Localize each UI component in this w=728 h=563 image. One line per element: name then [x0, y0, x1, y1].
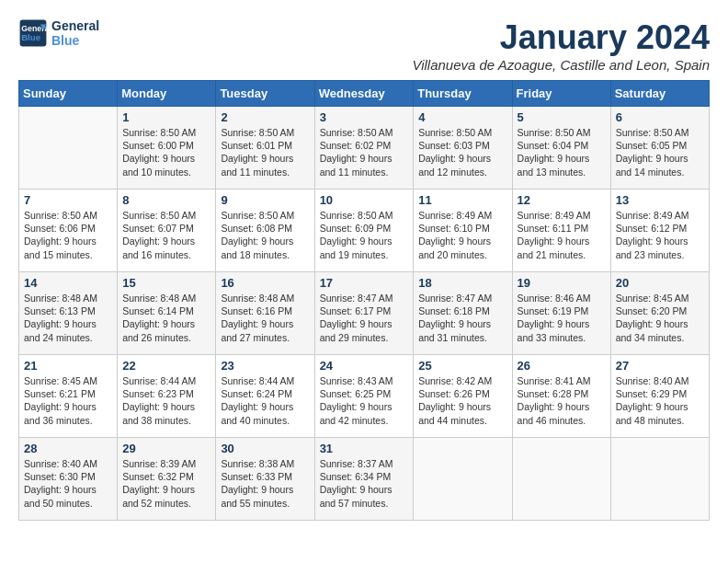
weekday-header-sunday: Sunday: [19, 81, 118, 107]
day-number: 20: [616, 276, 704, 290]
day-info: Sunrise: 8:50 AMSunset: 6:07 PMDaylight:…: [122, 209, 210, 261]
day-number: 13: [616, 193, 704, 207]
day-info: Sunrise: 8:50 AMSunset: 6:06 PMDaylight:…: [24, 209, 112, 261]
day-info: Sunrise: 8:50 AMSunset: 6:08 PMDaylight:…: [221, 209, 309, 261]
calendar-cell: 9Sunrise: 8:50 AMSunset: 6:08 PMDaylight…: [216, 190, 314, 272]
day-number: 16: [221, 276, 309, 290]
day-number: 7: [24, 193, 112, 207]
day-number: 29: [122, 442, 210, 455]
calendar-cell: 27Sunrise: 8:40 AMSunset: 6:29 PMDayligh…: [610, 355, 709, 438]
calendar-cell: 13Sunrise: 8:49 AMSunset: 6:12 PMDayligh…: [610, 190, 709, 272]
day-info: Sunrise: 8:40 AMSunset: 6:30 PMDaylight:…: [24, 457, 112, 510]
day-number: 27: [616, 359, 704, 373]
weekday-header-thursday: Thursday: [414, 81, 512, 107]
calendar-cell: 25Sunrise: 8:42 AMSunset: 6:26 PMDayligh…: [414, 355, 512, 438]
title-area: January 2024 Villanueva de Azoague, Cast…: [412, 18, 710, 73]
logo-text-general: General: [51, 18, 99, 33]
day-number: 4: [418, 110, 506, 124]
calendar-cell: 11Sunrise: 8:49 AMSunset: 6:10 PMDayligh…: [414, 190, 512, 272]
location-subtitle: Villanueva de Azoague, Castille and Leon…: [412, 57, 710, 73]
day-number: 10: [320, 193, 409, 207]
weekday-header-row: SundayMondayTuesdayWednesdayThursdayFrid…: [19, 81, 710, 107]
week-row-1: 1Sunrise: 8:50 AMSunset: 6:00 PMDaylight…: [19, 107, 710, 190]
day-number: 23: [221, 359, 309, 373]
calendar-cell: 24Sunrise: 8:43 AMSunset: 6:25 PMDayligh…: [314, 355, 414, 438]
day-number: 22: [122, 359, 210, 373]
day-number: 2: [221, 110, 309, 124]
day-number: 1: [122, 110, 210, 124]
calendar-cell: 2Sunrise: 8:50 AMSunset: 6:01 PMDaylight…: [216, 107, 314, 190]
weekday-header-wednesday: Wednesday: [314, 81, 414, 107]
day-number: 19: [518, 276, 606, 290]
day-info: Sunrise: 8:50 AMSunset: 6:01 PMDaylight:…: [221, 126, 309, 178]
week-row-4: 21Sunrise: 8:45 AMSunset: 6:21 PMDayligh…: [19, 355, 710, 438]
calendar-cell: 17Sunrise: 8:47 AMSunset: 6:17 PMDayligh…: [314, 272, 414, 355]
day-info: Sunrise: 8:49 AMSunset: 6:12 PMDaylight:…: [616, 209, 704, 261]
day-info: Sunrise: 8:45 AMSunset: 6:21 PMDaylight:…: [24, 374, 112, 427]
calendar-cell: 15Sunrise: 8:48 AMSunset: 6:14 PMDayligh…: [118, 272, 216, 355]
logo-text-blue: Blue: [51, 33, 99, 48]
day-info: Sunrise: 8:50 AMSunset: 6:03 PMDaylight:…: [418, 126, 506, 178]
calendar-cell: 19Sunrise: 8:46 AMSunset: 6:19 PMDayligh…: [512, 272, 610, 355]
day-number: 11: [418, 193, 506, 207]
day-number: 9: [221, 193, 309, 207]
week-row-5: 28Sunrise: 8:40 AMSunset: 6:30 PMDayligh…: [19, 438, 710, 521]
header: General Blue General Blue January 2024 V…: [18, 18, 710, 73]
day-number: 5: [518, 110, 606, 124]
day-number: 14: [24, 276, 112, 290]
day-number: 18: [418, 276, 506, 290]
day-info: Sunrise: 8:50 AMSunset: 6:04 PMDaylight:…: [518, 126, 606, 178]
day-info: Sunrise: 8:47 AMSunset: 6:17 PMDaylight:…: [320, 292, 409, 344]
calendar-body: 1Sunrise: 8:50 AMSunset: 6:00 PMDaylight…: [19, 107, 710, 521]
calendar-cell: 5Sunrise: 8:50 AMSunset: 6:04 PMDaylight…: [512, 107, 610, 190]
calendar-cell: 29Sunrise: 8:39 AMSunset: 6:32 PMDayligh…: [118, 438, 216, 521]
day-info: Sunrise: 8:37 AMSunset: 6:34 PMDaylight:…: [320, 457, 409, 510]
logo-icon: General Blue: [18, 18, 48, 48]
calendar-cell: [512, 438, 610, 521]
day-info: Sunrise: 8:43 AMSunset: 6:25 PMDaylight:…: [320, 374, 409, 427]
day-info: Sunrise: 8:47 AMSunset: 6:18 PMDaylight:…: [418, 292, 506, 344]
weekday-header-monday: Monday: [118, 81, 216, 107]
calendar-cell: [19, 107, 118, 190]
calendar-cell: 12Sunrise: 8:49 AMSunset: 6:11 PMDayligh…: [512, 190, 610, 272]
weekday-header-friday: Friday: [512, 81, 610, 107]
weekday-header-tuesday: Tuesday: [216, 81, 314, 107]
calendar-cell: 8Sunrise: 8:50 AMSunset: 6:07 PMDaylight…: [118, 190, 216, 272]
day-info: Sunrise: 8:50 AMSunset: 6:00 PMDaylight:…: [122, 126, 210, 178]
week-row-2: 7Sunrise: 8:50 AMSunset: 6:06 PMDaylight…: [19, 190, 710, 272]
day-info: Sunrise: 8:38 AMSunset: 6:33 PMDaylight:…: [221, 457, 309, 510]
calendar-cell: 18Sunrise: 8:47 AMSunset: 6:18 PMDayligh…: [414, 272, 512, 355]
day-info: Sunrise: 8:40 AMSunset: 6:29 PMDaylight:…: [616, 374, 704, 427]
calendar-cell: 20Sunrise: 8:45 AMSunset: 6:20 PMDayligh…: [610, 272, 709, 355]
calendar-cell: 10Sunrise: 8:50 AMSunset: 6:09 PMDayligh…: [314, 190, 414, 272]
day-number: 6: [616, 110, 704, 124]
calendar-cell: 14Sunrise: 8:48 AMSunset: 6:13 PMDayligh…: [19, 272, 118, 355]
calendar-cell: 26Sunrise: 8:41 AMSunset: 6:28 PMDayligh…: [512, 355, 610, 438]
day-number: 12: [518, 193, 606, 207]
day-number: 28: [24, 442, 112, 455]
calendar-cell: 7Sunrise: 8:50 AMSunset: 6:06 PMDaylight…: [19, 190, 118, 272]
day-info: Sunrise: 8:46 AMSunset: 6:19 PMDaylight:…: [518, 292, 606, 344]
day-number: 3: [320, 110, 409, 124]
calendar-cell: 3Sunrise: 8:50 AMSunset: 6:02 PMDaylight…: [314, 107, 414, 190]
calendar-cell: 16Sunrise: 8:48 AMSunset: 6:16 PMDayligh…: [216, 272, 314, 355]
calendar-cell: 21Sunrise: 8:45 AMSunset: 6:21 PMDayligh…: [19, 355, 118, 438]
logo: General Blue General Blue: [18, 18, 99, 48]
day-info: Sunrise: 8:44 AMSunset: 6:23 PMDaylight:…: [122, 374, 210, 427]
day-number: 8: [122, 193, 210, 207]
day-info: Sunrise: 8:48 AMSunset: 6:16 PMDaylight:…: [221, 292, 309, 344]
day-info: Sunrise: 8:42 AMSunset: 6:26 PMDaylight:…: [418, 374, 506, 427]
day-info: Sunrise: 8:44 AMSunset: 6:24 PMDaylight:…: [221, 374, 309, 427]
day-info: Sunrise: 8:41 AMSunset: 6:28 PMDaylight:…: [518, 374, 606, 427]
day-info: Sunrise: 8:50 AMSunset: 6:02 PMDaylight:…: [320, 126, 409, 178]
calendar-cell: 23Sunrise: 8:44 AMSunset: 6:24 PMDayligh…: [216, 355, 314, 438]
calendar-cell: [610, 438, 709, 521]
weekday-header-saturday: Saturday: [610, 81, 709, 107]
day-number: 24: [320, 359, 409, 373]
day-info: Sunrise: 8:50 AMSunset: 6:05 PMDaylight:…: [616, 126, 704, 178]
day-info: Sunrise: 8:48 AMSunset: 6:14 PMDaylight:…: [122, 292, 210, 344]
calendar-cell: 6Sunrise: 8:50 AMSunset: 6:05 PMDaylight…: [610, 107, 709, 190]
calendar-cell: 30Sunrise: 8:38 AMSunset: 6:33 PMDayligh…: [216, 438, 314, 521]
day-info: Sunrise: 8:49 AMSunset: 6:11 PMDaylight:…: [518, 209, 606, 261]
week-row-3: 14Sunrise: 8:48 AMSunset: 6:13 PMDayligh…: [19, 272, 710, 355]
